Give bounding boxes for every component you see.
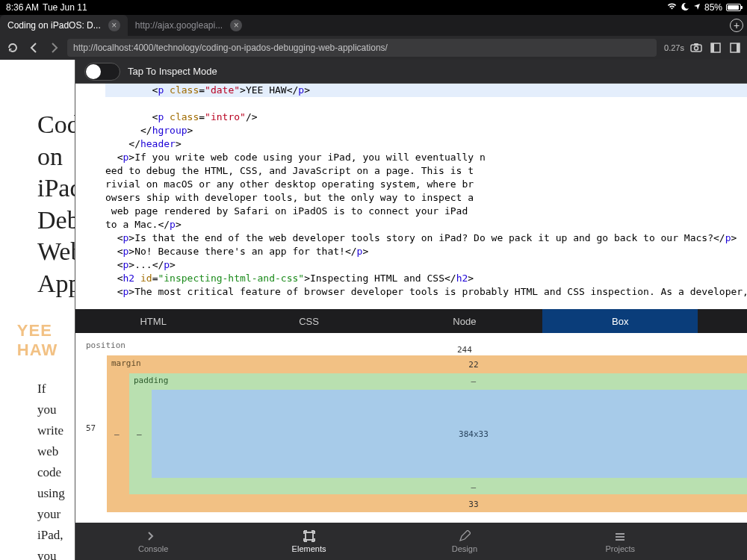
close-icon[interactable]: × [108, 19, 120, 31]
design-icon [457, 529, 472, 543]
bottom-projects[interactable]: Projects [542, 529, 698, 553]
svg-rect-17 [616, 536, 624, 538]
padding-box: padding – – – – 384x33 [129, 373, 747, 494]
padding-bottom: – [471, 482, 477, 492]
tab-1[interactable]: Coding on iPadOS: D... × [0, 15, 128, 36]
status-date: Tue Jun 11 [43, 2, 87, 13]
elements-icon [302, 529, 317, 543]
position-top: 244 [457, 345, 472, 355]
bottom-more[interactable]: More [698, 529, 747, 553]
rendered-page: Coding on iPadOS: Debugging Web Applicat… [0, 60, 75, 560]
svg-point-1 [695, 46, 698, 50]
svg-rect-6 [737, 43, 740, 52]
battery-percent: 85% [704, 2, 722, 13]
svg-rect-2 [694, 43, 698, 46]
subtab-info[interactable]: Info [698, 309, 747, 333]
moon-icon [681, 2, 689, 13]
position-left: 57 [86, 423, 96, 433]
panel-left-icon[interactable] [708, 40, 723, 55]
subtab-node[interactable]: Node [387, 309, 542, 333]
wifi-icon [666, 2, 678, 13]
back-button[interactable] [25, 39, 42, 57]
margin-box: margin 22 33 – – padding – – – – 384x33 [107, 355, 747, 512]
tab-2-title: http://ajax.googleapi... [135, 20, 223, 31]
bottom-design[interactable]: Design [387, 529, 542, 553]
reload-button[interactable] [4, 39, 21, 57]
svg-rect-16 [616, 533, 624, 535]
box-model-view: position 244 57 margin 22 33 – – padding… [75, 333, 747, 523]
inspector-subtabs: HTML CSS Node Box Info [75, 309, 747, 333]
inspect-toggle[interactable] [84, 63, 120, 81]
forward-button[interactable] [46, 39, 63, 57]
subtab-box[interactable]: Box [542, 309, 698, 333]
inspector-pane: Tap To Inspect Mode <p class="date">YEE … [75, 60, 747, 560]
url-text: http://localhost:4000/technology/coding-… [73, 43, 388, 53]
position-label: position [86, 340, 125, 350]
margin-top: 22 [468, 360, 478, 370]
svg-rect-7 [306, 532, 313, 540]
source-view[interactable]: <p class="date">YEE HAW</p> <p class="in… [75, 84, 747, 309]
svg-rect-4 [711, 43, 714, 52]
battery-icon [726, 4, 741, 11]
location-icon [693, 2, 701, 13]
padding-top: – [471, 376, 477, 386]
inspect-toggle-label: Tap To Inspect Mode [128, 66, 217, 77]
inspector-top-bar: Tap To Inspect Mode [75, 60, 747, 84]
margin-bottom: 33 [468, 500, 478, 509]
subtab-html[interactable]: HTML [75, 309, 231, 333]
status-bar: 8:36 AM Tue Jun 11 85% [0, 0, 747, 15]
subtab-css[interactable]: CSS [231, 309, 386, 333]
margin-left: – [114, 429, 120, 439]
console-icon [146, 529, 161, 543]
bottom-console[interactable]: Console [75, 529, 231, 553]
tab-1-title: Coding on iPadOS: D... [7, 20, 101, 31]
svg-rect-18 [616, 539, 624, 541]
tab-bar: Coding on iPadOS: D... × http://ajax.goo… [0, 15, 747, 36]
address-bar: http://localhost:4000/technology/coding-… [0, 36, 747, 60]
new-tab-button[interactable]: + [726, 15, 747, 36]
camera-icon[interactable] [689, 40, 704, 55]
padding-left: – [137, 429, 142, 439]
bottom-elements[interactable]: Elements [231, 529, 386, 553]
load-time: 0.27s [664, 43, 684, 52]
tab-2[interactable]: http://ajax.googleapi... × [128, 15, 249, 36]
content-box: 384x33 [152, 390, 747, 478]
url-field[interactable]: http://localhost:4000/technology/coding-… [67, 39, 657, 57]
bottom-toolbar: Console Elements Design Projects More [75, 523, 747, 560]
close-icon[interactable]: × [230, 19, 242, 31]
projects-icon [613, 529, 627, 543]
panel-right-icon[interactable] [728, 40, 743, 55]
status-time: 8:36 AM [6, 2, 39, 13]
